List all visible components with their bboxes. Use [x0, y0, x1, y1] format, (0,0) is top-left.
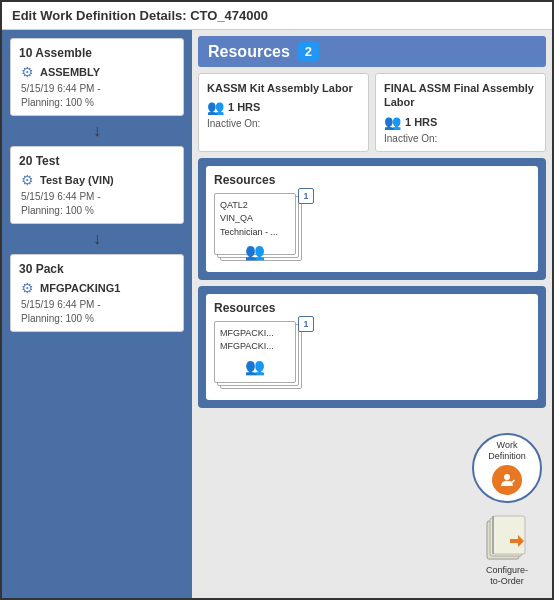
stack-people-pack: 👥 [220, 357, 290, 376]
work-def-label: WorkDefinition [488, 440, 526, 462]
pack-section: Resources MFGPACKI... MFGPACKI... 👥 [198, 286, 546, 408]
main-content: 10 Assemble ⚙ ASSEMBLY 5/15/19 6:44 PM -… [2, 30, 552, 598]
op-name-test: Test Bay (VIN) [40, 174, 114, 186]
cto-label: Configure-to-Order [486, 565, 528, 588]
pack-resource-badge: 1 [298, 316, 314, 332]
page-title: Edit Work Definition Details: CTO_474000 [2, 2, 552, 30]
gear-icon-test: ⚙ [19, 172, 35, 188]
stack-text-pack: MFGPACKI... MFGPACKI... [220, 327, 290, 354]
test-resource-badge: 1 [298, 188, 314, 204]
op-row-assemble: ⚙ ASSEMBLY [19, 64, 175, 80]
stack-people-test: 👥 [220, 242, 290, 261]
stack-front-test: QATL2 VIN_QA Technician - ... 👥 [214, 193, 296, 255]
svg-point-0 [504, 474, 510, 480]
test-stacked-cards: QATL2 VIN_QA Technician - ... 👥 1 [214, 193, 309, 265]
work-definition-icon[interactable]: WorkDefinition [472, 433, 542, 503]
resources-title: Resources [208, 43, 290, 61]
op-title-assemble: 10 Assemble [19, 46, 175, 60]
svg-rect-3 [493, 516, 525, 554]
stack-text-test: QATL2 VIN_QA Technician - ... [220, 199, 290, 240]
test-resources-label: Resources [214, 173, 530, 187]
arrow-down-2: ↓ [10, 228, 184, 250]
people-icon-kassm: 👥 [207, 99, 224, 115]
main-window: Edit Work Definition Details: CTO_474000… [0, 0, 554, 600]
top-resource-cards: KASSM Kit Assembly Labor 👥 1 HRS Inactiv… [198, 73, 546, 152]
resource-card-final[interactable]: FINAL ASSM Final Assembly Labor 👥 1 HRS … [375, 73, 546, 152]
operations-sidebar: 10 Assemble ⚙ ASSEMBLY 5/15/19 6:44 PM -… [2, 30, 192, 598]
right-content: Resources 2 KASSM Kit Assembly Labor 👥 1… [192, 30, 552, 598]
op-date-test: 5/15/19 6:44 PM - [21, 191, 175, 202]
resources-count-badge: 2 [298, 42, 319, 61]
arrow-down-1: ↓ [10, 120, 184, 142]
operation-card-test[interactable]: 20 Test ⚙ Test Bay (VIN) 5/15/19 6:44 PM… [10, 146, 184, 224]
gear-icon-pack: ⚙ [19, 280, 35, 296]
gear-icon-assemble: ⚙ [19, 64, 35, 80]
op-title-test: 20 Test [19, 154, 175, 168]
op-planning-test: Planning: 100 % [21, 205, 175, 216]
operation-card-pack[interactable]: 30 Pack ⚙ MFGPACKING1 5/15/19 6:44 PM - … [10, 254, 184, 332]
test-resources-panel[interactable]: Resources QATL2 VIN_QA Technician - ... [206, 166, 538, 272]
op-planning-pack: Planning: 100 % [21, 313, 175, 324]
bottom-right-icons: WorkDefinition [472, 433, 542, 588]
test-section: Resources QATL2 VIN_QA Technician - ... [198, 158, 546, 280]
resource-card-kassm[interactable]: KASSM Kit Assembly Labor 👥 1 HRS Inactiv… [198, 73, 369, 152]
work-def-icon-bg [492, 465, 522, 495]
op-name-assemble: ASSEMBLY [40, 66, 100, 78]
resource-hrs-final: 1 HRS [405, 116, 437, 128]
resource-inactive-final: Inactive On: [384, 133, 537, 144]
op-name-pack: MFGPACKING1 [40, 282, 120, 294]
pack-stacked-cards: MFGPACKI... MFGPACKI... 👥 1 [214, 321, 309, 393]
op-title-pack: 30 Pack [19, 262, 175, 276]
resource-inactive-kassm: Inactive On: [207, 118, 360, 129]
cto-book-svg [482, 513, 532, 563]
resource-title-final: FINAL ASSM Final Assembly Labor [384, 81, 537, 110]
pack-resources-label: Resources [214, 301, 530, 315]
people-icon-final: 👥 [384, 114, 401, 130]
op-row-pack: ⚙ MFGPACKING1 [19, 280, 175, 296]
op-date-assemble: 5/15/19 6:44 PM - [21, 83, 175, 94]
people-icon-pack: 👥 [245, 357, 265, 376]
resources-header: Resources 2 [198, 36, 546, 67]
op-date-pack: 5/15/19 6:44 PM - [21, 299, 175, 310]
people-icon-test: 👥 [245, 242, 265, 261]
pack-resources-panel[interactable]: Resources MFGPACKI... MFGPACKI... 👥 [206, 294, 538, 400]
op-row-test: ⚙ Test Bay (VIN) [19, 172, 175, 188]
op-planning-assemble: Planning: 100 % [21, 97, 175, 108]
resource-hrs-kassm: 1 HRS [228, 101, 260, 113]
stack-front-pack: MFGPACKI... MFGPACKI... 👥 [214, 321, 296, 383]
resource-title-kassm: KASSM Kit Assembly Labor [207, 81, 360, 95]
work-def-svg-icon [498, 471, 516, 489]
configure-to-order-icon[interactable]: Configure-to-Order [482, 513, 532, 588]
operation-card-assemble[interactable]: 10 Assemble ⚙ ASSEMBLY 5/15/19 6:44 PM -… [10, 38, 184, 116]
resource-hours-row-kassm: 👥 1 HRS [207, 99, 360, 115]
resource-hours-row-final: 👥 1 HRS [384, 114, 537, 130]
